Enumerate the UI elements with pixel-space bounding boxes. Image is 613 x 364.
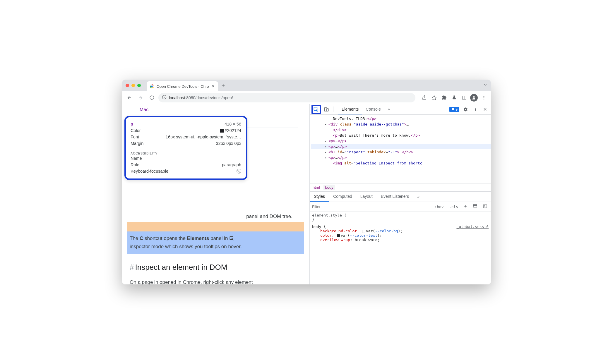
- crumb-body[interactable]: body: [323, 185, 335, 190]
- svg-point-1: [151, 85, 153, 87]
- site-info-icon[interactable]: [162, 95, 167, 100]
- styles-pane[interactable]: element.style { } _global.scss:6body { b…: [310, 212, 491, 243]
- partial-text: panel and DOM tree.: [127, 213, 304, 220]
- svg-point-13: [484, 97, 484, 98]
- new-tab-button[interactable]: +: [222, 82, 225, 89]
- svg-rect-26: [473, 205, 477, 207]
- svg-point-19: [475, 108, 476, 108]
- crumb-html[interactable]: html: [313, 185, 320, 190]
- device-toolbar-button[interactable]: [322, 106, 331, 113]
- tab-elements[interactable]: Elements: [338, 104, 362, 114]
- tooltip-name-label: Name: [131, 156, 142, 161]
- devtools-toolbar: Elements Console » 9: [310, 104, 491, 115]
- rendering-icon[interactable]: [482, 203, 489, 210]
- tooltip-a11y-heading: ACCESSIBILITY: [131, 149, 241, 155]
- devtools-close-button[interactable]: [481, 106, 489, 113]
- margin-overlay: [127, 222, 304, 231]
- new-rule-button[interactable]: [462, 204, 469, 210]
- tab-styles-more[interactable]: »: [413, 192, 424, 202]
- svg-point-11: [473, 96, 475, 97]
- tab-layout[interactable]: Layout: [356, 192, 377, 202]
- tab-styles[interactable]: Styles: [310, 192, 329, 202]
- window-close-button[interactable]: [126, 84, 129, 87]
- tab-title: Open Chrome DevTools - Chro: [157, 84, 209, 89]
- svg-marker-8: [432, 95, 436, 99]
- side-panel-icon[interactable]: [460, 94, 468, 102]
- bookmark-icon[interactable]: [430, 94, 438, 102]
- tab-more[interactable]: »: [384, 104, 394, 114]
- tab-console[interactable]: Console: [362, 104, 384, 114]
- tooltip-tag: p: [131, 122, 133, 126]
- tooltip-role-value: paragraph: [222, 162, 241, 167]
- back-button[interactable]: [125, 93, 134, 102]
- url-text: localhost:8080/docs/devtools/open/: [169, 95, 233, 100]
- not-focusable-icon: [237, 169, 241, 174]
- reload-button[interactable]: [147, 93, 156, 102]
- tooltip-color-label: Color: [131, 128, 141, 133]
- profile-avatar[interactable]: [470, 94, 478, 102]
- tab-event-listeners[interactable]: Event Listeners: [377, 192, 413, 202]
- labs-icon[interactable]: [450, 94, 458, 102]
- computed-toggle-icon[interactable]: [472, 203, 479, 210]
- issues-badge[interactable]: 9: [449, 107, 459, 112]
- browser-toolbar: localhost:8080/docs/devtools/open/: [122, 91, 491, 104]
- os-label: Mac: [140, 107, 148, 112]
- styles-toolbar: :hov .cls: [310, 202, 491, 212]
- settings-icon[interactable]: [461, 106, 470, 113]
- browser-window: Open Chrome DevTools - Chro × + localhos…: [122, 80, 491, 284]
- tooltip-color-value: #202124: [220, 128, 241, 133]
- page-viewport: Mac Option + C Option + J p 418 × 56 Col…: [122, 104, 309, 284]
- window-controls: [126, 84, 141, 87]
- inspect-inline-icon: [229, 236, 234, 241]
- window-maximize-button[interactable]: [137, 84, 141, 87]
- svg-point-14: [484, 99, 484, 99]
- element-tooltip: p 418 × 56 Color #202124 Font 16px syste…: [124, 116, 247, 180]
- stylesheet-source[interactable]: _global.scss:6: [456, 224, 489, 229]
- tab-computed[interactable]: Computed: [329, 192, 356, 202]
- tooltip-margin-label: Margin: [131, 141, 143, 146]
- hov-button[interactable]: :hov: [433, 204, 445, 210]
- tooltip-kbd-label: Keyboard-focusable: [131, 169, 168, 174]
- titlebar: Open Chrome DevTools - Chro × +: [122, 80, 491, 91]
- svg-point-20: [475, 109, 476, 109]
- cls-button[interactable]: .cls: [448, 204, 459, 210]
- extensions-icon[interactable]: [440, 94, 448, 102]
- tooltip-font-label: Font: [131, 135, 139, 139]
- share-icon[interactable]: [420, 94, 428, 102]
- tooltip-role-label: Role: [131, 162, 139, 167]
- dom-tree[interactable]: DevTools. TLDR:</p> ▸<div class="aside a…: [310, 115, 491, 183]
- section-heading: #Inspect an element in DOM: [130, 263, 304, 272]
- address-bar[interactable]: localhost:8080/docs/devtools/open/: [158, 93, 415, 102]
- window-minimize-button[interactable]: [131, 84, 135, 87]
- body-paragraph: On a page in opened in Chrome, right-cli…: [130, 279, 302, 284]
- styles-tabs: Styles Computed Layout Event Listeners »: [310, 192, 491, 202]
- devtools-menu-icon[interactable]: [472, 106, 479, 113]
- tab-close-button[interactable]: ×: [211, 84, 215, 89]
- tooltip-dimensions: 418 × 56: [225, 122, 241, 126]
- tooltip-margin-value: 32px 0px 0px: [216, 141, 241, 146]
- tooltip-font-value: 16px system-ui, -apple-system, "syste…: [166, 135, 241, 139]
- styles-filter-input[interactable]: [312, 205, 430, 209]
- svg-rect-9: [462, 96, 466, 99]
- dom-breadcrumb[interactable]: html body: [310, 183, 491, 192]
- chrome-menu-icon[interactable]: [480, 94, 488, 102]
- tab-list-button[interactable]: [483, 83, 487, 88]
- forward-button[interactable]: [136, 93, 145, 102]
- browser-tab[interactable]: Open Chrome DevTools - Chro ×: [147, 81, 218, 91]
- inspect-element-button[interactable]: [311, 105, 321, 114]
- svg-point-12: [484, 96, 484, 97]
- highlighted-paragraph: The C shortcut opens the Elements panel …: [127, 231, 304, 254]
- svg-rect-18: [327, 109, 328, 111]
- svg-point-21: [475, 110, 476, 111]
- devtools-panel: Elements Console » 9 DevTools. TLDR:</p>…: [309, 104, 491, 284]
- chrome-icon: [150, 84, 154, 89]
